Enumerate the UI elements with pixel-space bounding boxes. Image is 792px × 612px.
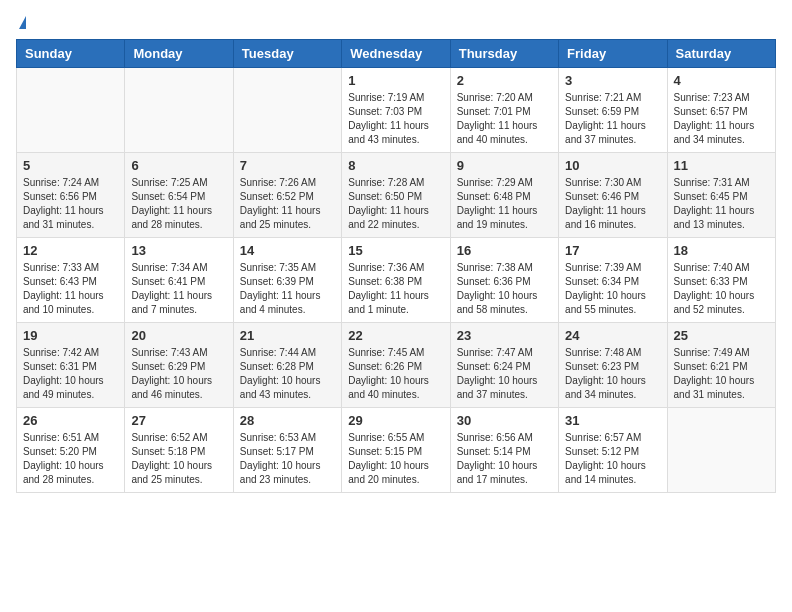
logo-icon: [19, 16, 26, 29]
calendar-cell: 7Sunrise: 7:26 AM Sunset: 6:52 PM Daylig…: [233, 153, 341, 238]
calendar-cell: 26Sunrise: 6:51 AM Sunset: 5:20 PM Dayli…: [17, 408, 125, 493]
day-number: 20: [131, 328, 226, 343]
day-number: 11: [674, 158, 769, 173]
day-number: 16: [457, 243, 552, 258]
calendar-cell: 28Sunrise: 6:53 AM Sunset: 5:17 PM Dayli…: [233, 408, 341, 493]
day-info: Sunrise: 7:29 AM Sunset: 6:48 PM Dayligh…: [457, 176, 552, 232]
day-info: Sunrise: 7:33 AM Sunset: 6:43 PM Dayligh…: [23, 261, 118, 317]
day-info: Sunrise: 6:55 AM Sunset: 5:15 PM Dayligh…: [348, 431, 443, 487]
calendar-cell: 8Sunrise: 7:28 AM Sunset: 6:50 PM Daylig…: [342, 153, 450, 238]
day-info: Sunrise: 7:49 AM Sunset: 6:21 PM Dayligh…: [674, 346, 769, 402]
day-info: Sunrise: 7:39 AM Sunset: 6:34 PM Dayligh…: [565, 261, 660, 317]
calendar-cell: 21Sunrise: 7:44 AM Sunset: 6:28 PM Dayli…: [233, 323, 341, 408]
day-info: Sunrise: 7:28 AM Sunset: 6:50 PM Dayligh…: [348, 176, 443, 232]
day-info: Sunrise: 7:43 AM Sunset: 6:29 PM Dayligh…: [131, 346, 226, 402]
calendar-cell: 17Sunrise: 7:39 AM Sunset: 6:34 PM Dayli…: [559, 238, 667, 323]
day-number: 14: [240, 243, 335, 258]
day-number: 27: [131, 413, 226, 428]
day-info: Sunrise: 7:38 AM Sunset: 6:36 PM Dayligh…: [457, 261, 552, 317]
day-info: Sunrise: 7:21 AM Sunset: 6:59 PM Dayligh…: [565, 91, 660, 147]
day-header-wednesday: Wednesday: [342, 40, 450, 68]
day-number: 13: [131, 243, 226, 258]
day-number: 7: [240, 158, 335, 173]
calendar-cell: [233, 68, 341, 153]
day-info: Sunrise: 7:34 AM Sunset: 6:41 PM Dayligh…: [131, 261, 226, 317]
day-number: 4: [674, 73, 769, 88]
day-header-friday: Friday: [559, 40, 667, 68]
calendar-cell: 1Sunrise: 7:19 AM Sunset: 7:03 PM Daylig…: [342, 68, 450, 153]
day-info: Sunrise: 7:45 AM Sunset: 6:26 PM Dayligh…: [348, 346, 443, 402]
day-info: Sunrise: 6:56 AM Sunset: 5:14 PM Dayligh…: [457, 431, 552, 487]
day-info: Sunrise: 6:51 AM Sunset: 5:20 PM Dayligh…: [23, 431, 118, 487]
day-number: 23: [457, 328, 552, 343]
calendar-header-row: SundayMondayTuesdayWednesdayThursdayFrid…: [17, 40, 776, 68]
calendar-cell: [667, 408, 775, 493]
day-header-sunday: Sunday: [17, 40, 125, 68]
calendar-cell: 5Sunrise: 7:24 AM Sunset: 6:56 PM Daylig…: [17, 153, 125, 238]
day-info: Sunrise: 7:30 AM Sunset: 6:46 PM Dayligh…: [565, 176, 660, 232]
day-info: Sunrise: 7:40 AM Sunset: 6:33 PM Dayligh…: [674, 261, 769, 317]
calendar-cell: 2Sunrise: 7:20 AM Sunset: 7:01 PM Daylig…: [450, 68, 558, 153]
calendar-cell: 6Sunrise: 7:25 AM Sunset: 6:54 PM Daylig…: [125, 153, 233, 238]
calendar-week-row: 26Sunrise: 6:51 AM Sunset: 5:20 PM Dayli…: [17, 408, 776, 493]
day-info: Sunrise: 6:52 AM Sunset: 5:18 PM Dayligh…: [131, 431, 226, 487]
day-info: Sunrise: 7:25 AM Sunset: 6:54 PM Dayligh…: [131, 176, 226, 232]
day-number: 6: [131, 158, 226, 173]
calendar-cell: 4Sunrise: 7:23 AM Sunset: 6:57 PM Daylig…: [667, 68, 775, 153]
calendar-cell: 9Sunrise: 7:29 AM Sunset: 6:48 PM Daylig…: [450, 153, 558, 238]
day-number: 2: [457, 73, 552, 88]
calendar-cell: 22Sunrise: 7:45 AM Sunset: 6:26 PM Dayli…: [342, 323, 450, 408]
calendar-cell: 3Sunrise: 7:21 AM Sunset: 6:59 PM Daylig…: [559, 68, 667, 153]
calendar-table: SundayMondayTuesdayWednesdayThursdayFrid…: [16, 39, 776, 493]
day-number: 29: [348, 413, 443, 428]
calendar-cell: 20Sunrise: 7:43 AM Sunset: 6:29 PM Dayli…: [125, 323, 233, 408]
calendar-cell: 30Sunrise: 6:56 AM Sunset: 5:14 PM Dayli…: [450, 408, 558, 493]
day-number: 25: [674, 328, 769, 343]
calendar-week-row: 12Sunrise: 7:33 AM Sunset: 6:43 PM Dayli…: [17, 238, 776, 323]
day-info: Sunrise: 7:24 AM Sunset: 6:56 PM Dayligh…: [23, 176, 118, 232]
day-number: 24: [565, 328, 660, 343]
day-info: Sunrise: 7:48 AM Sunset: 6:23 PM Dayligh…: [565, 346, 660, 402]
day-number: 9: [457, 158, 552, 173]
day-number: 26: [23, 413, 118, 428]
day-header-saturday: Saturday: [667, 40, 775, 68]
calendar-cell: 31Sunrise: 6:57 AM Sunset: 5:12 PM Dayli…: [559, 408, 667, 493]
calendar-cell: 13Sunrise: 7:34 AM Sunset: 6:41 PM Dayli…: [125, 238, 233, 323]
day-header-monday: Monday: [125, 40, 233, 68]
day-number: 15: [348, 243, 443, 258]
day-number: 30: [457, 413, 552, 428]
calendar-cell: 12Sunrise: 7:33 AM Sunset: 6:43 PM Dayli…: [17, 238, 125, 323]
day-info: Sunrise: 7:23 AM Sunset: 6:57 PM Dayligh…: [674, 91, 769, 147]
calendar-cell: 10Sunrise: 7:30 AM Sunset: 6:46 PM Dayli…: [559, 153, 667, 238]
calendar-cell: [17, 68, 125, 153]
calendar-cell: 16Sunrise: 7:38 AM Sunset: 6:36 PM Dayli…: [450, 238, 558, 323]
day-header-thursday: Thursday: [450, 40, 558, 68]
day-number: 28: [240, 413, 335, 428]
day-number: 18: [674, 243, 769, 258]
calendar-cell: 11Sunrise: 7:31 AM Sunset: 6:45 PM Dayli…: [667, 153, 775, 238]
day-info: Sunrise: 6:57 AM Sunset: 5:12 PM Dayligh…: [565, 431, 660, 487]
calendar-cell: 23Sunrise: 7:47 AM Sunset: 6:24 PM Dayli…: [450, 323, 558, 408]
day-info: Sunrise: 7:26 AM Sunset: 6:52 PM Dayligh…: [240, 176, 335, 232]
logo: [16, 16, 26, 27]
calendar-cell: 15Sunrise: 7:36 AM Sunset: 6:38 PM Dayli…: [342, 238, 450, 323]
day-number: 5: [23, 158, 118, 173]
day-number: 3: [565, 73, 660, 88]
calendar-week-row: 19Sunrise: 7:42 AM Sunset: 6:31 PM Dayli…: [17, 323, 776, 408]
day-number: 12: [23, 243, 118, 258]
day-number: 21: [240, 328, 335, 343]
calendar-week-row: 5Sunrise: 7:24 AM Sunset: 6:56 PM Daylig…: [17, 153, 776, 238]
day-number: 17: [565, 243, 660, 258]
calendar-cell: 18Sunrise: 7:40 AM Sunset: 6:33 PM Dayli…: [667, 238, 775, 323]
day-info: Sunrise: 7:35 AM Sunset: 6:39 PM Dayligh…: [240, 261, 335, 317]
day-info: Sunrise: 7:36 AM Sunset: 6:38 PM Dayligh…: [348, 261, 443, 317]
calendar-cell: 24Sunrise: 7:48 AM Sunset: 6:23 PM Dayli…: [559, 323, 667, 408]
day-number: 31: [565, 413, 660, 428]
calendar-week-row: 1Sunrise: 7:19 AM Sunset: 7:03 PM Daylig…: [17, 68, 776, 153]
day-info: Sunrise: 7:47 AM Sunset: 6:24 PM Dayligh…: [457, 346, 552, 402]
day-info: Sunrise: 7:31 AM Sunset: 6:45 PM Dayligh…: [674, 176, 769, 232]
page-header: [16, 16, 776, 27]
day-number: 19: [23, 328, 118, 343]
calendar-cell: 29Sunrise: 6:55 AM Sunset: 5:15 PM Dayli…: [342, 408, 450, 493]
calendar-cell: 25Sunrise: 7:49 AM Sunset: 6:21 PM Dayli…: [667, 323, 775, 408]
